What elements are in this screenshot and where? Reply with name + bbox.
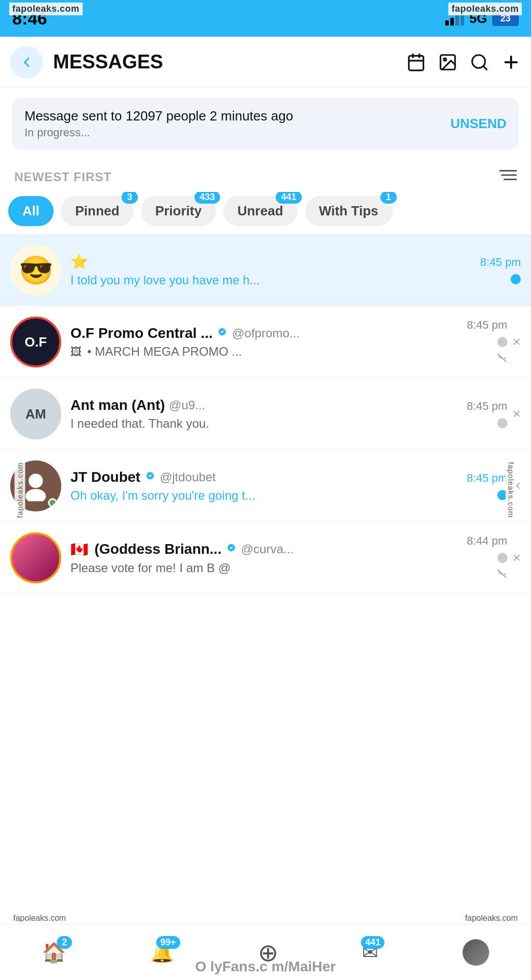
notifications-badge: 99+	[156, 936, 180, 949]
nav-home[interactable]: 🏠 2	[42, 941, 66, 964]
avatar-msg5	[10, 532, 61, 583]
nav-messages[interactable]: ✉ 441	[362, 941, 378, 964]
read-dot-msg2	[497, 337, 508, 347]
message-header-msg3: Ant man (Ant)@u9...	[70, 397, 462, 413]
message-time-msg4: 8:45 pm	[467, 472, 508, 485]
watermark-side-left: fapoleaks.com	[14, 459, 25, 521]
watermark-bottom-right: fapoleaks.com	[462, 913, 521, 924]
close-button-msg5[interactable]: ×	[513, 550, 521, 566]
filter-tab-badge-with tips: 1	[380, 192, 397, 204]
close-button-msg3[interactable]: ×	[513, 406, 521, 422]
svg-point-5	[444, 58, 446, 61]
filter-tab-badge-pinned: 3	[122, 192, 138, 204]
avatar-msg2: O.F	[10, 316, 61, 368]
notification-text: Message sent to 12097 people 2 minutes a…	[25, 108, 442, 139]
message-preview-msg3: I needed that. Thank you.	[70, 416, 462, 431]
nav-icons	[406, 53, 521, 72]
verified-icon	[216, 326, 228, 340]
top-nav: MESSAGES	[0, 37, 531, 88]
calendar-icon[interactable]	[406, 53, 426, 72]
avatar-msg3: AM	[10, 388, 61, 439]
nav-add[interactable]: ⊕	[258, 938, 278, 967]
read-dot-msg5	[497, 553, 508, 563]
unsend-button[interactable]: UNSEND	[442, 116, 506, 132]
svg-line-7	[483, 66, 487, 69]
sender-handle-msg5: @curva...	[241, 542, 294, 556]
page-title: MESSAGES	[53, 51, 406, 73]
svg-point-14	[26, 489, 46, 501]
message-preview-msg1: I told you my love you have me h...	[70, 273, 475, 287]
message-item-msg2[interactable]: O.FO.F Promo Central ...@ofpromo...🖼 • M…	[0, 306, 531, 378]
notification-banner: Message sent to 12097 people 2 minutes a…	[12, 98, 519, 150]
message-content-msg5: 🇨🇦(Goddess Briann...@curva...Please vote…	[70, 541, 462, 575]
message-right-msg2: 8:45 pm	[467, 318, 508, 366]
signal-bar-2	[450, 18, 454, 26]
message-right-msg5: 8:44 pm	[467, 534, 508, 582]
message-content-msg2: O.F Promo Central ...@ofpromo...🖼 • MARC…	[70, 325, 462, 359]
filter-tab-badge-priority: 433	[195, 192, 220, 204]
filter-tab-all[interactable]: All	[8, 196, 54, 226]
nav-profile[interactable]	[463, 939, 489, 966]
avatar-msg1: 😎	[10, 244, 61, 296]
close-button-msg2[interactable]: ×	[513, 334, 521, 350]
signal-bar-3	[455, 15, 459, 26]
watermark-top-left: fapoleaks.com	[9, 3, 83, 15]
back-button[interactable]	[10, 46, 43, 79]
image-preview-icon: 🖼	[70, 346, 82, 358]
sender-handle-msg4: @jtdoubet	[160, 470, 216, 484]
verified-icon	[144, 470, 156, 484]
message-header-msg5: 🇨🇦(Goddess Briann...@curva...	[70, 541, 462, 558]
search-icon[interactable]	[470, 53, 489, 72]
message-item-msg4[interactable]: JT Doubet@jtdoubetOh okay, I'm sorry you…	[0, 450, 531, 522]
messages-badge: 441	[361, 936, 384, 949]
watermark-side-right: fapoleaks.com	[506, 459, 517, 521]
message-preview-msg4: Oh okay, I'm sorry you're going t...	[70, 488, 462, 503]
filter-tab-priority[interactable]: Priority433	[141, 196, 216, 226]
message-list: 😎⭐I told you my love you have me h...8:4…	[0, 234, 531, 594]
filter-tab-badge-unread: 441	[276, 192, 301, 204]
message-time-msg3: 8:45 pm	[467, 400, 508, 413]
filter-tab-unread[interactable]: Unread441	[223, 196, 298, 226]
sender-name-msg5: (Goddess Briann...	[94, 541, 222, 557]
online-dot-msg4	[48, 498, 57, 507]
flag-icon: 🇨🇦	[70, 541, 88, 558]
message-preview-msg2: 🖼 • MARCH MEGA PROMO ...	[70, 345, 462, 359]
star-icon: ⭐	[70, 253, 88, 270]
sort-label: NEWEST FIRST	[14, 170, 112, 184]
sender-name-msg4: JT Doubet	[70, 469, 140, 485]
sender-handle-msg2: @ofpromo...	[232, 326, 299, 340]
mute-icon	[496, 568, 508, 582]
message-item-msg5[interactable]: 🇨🇦(Goddess Briann...@curva...Please vote…	[0, 522, 531, 594]
signal-bar-1	[445, 20, 449, 26]
watermark-bottom: fapoleaks.com fapoleaks.com	[0, 913, 531, 924]
message-content-msg3: Ant man (Ant)@u9...I needed that. Thank …	[70, 397, 462, 431]
notification-sub-text: In progress...	[25, 126, 442, 139]
add-icon[interactable]	[501, 53, 521, 72]
message-header-msg2: O.F Promo Central ...@ofpromo...	[70, 325, 462, 341]
message-header-msg1: ⭐	[70, 253, 475, 270]
verified-icon	[226, 542, 237, 556]
watermark-bottom-left: fapoleaks.com	[10, 913, 69, 924]
image-icon[interactable]	[438, 53, 457, 72]
message-item-msg3[interactable]: AMAnt man (Ant)@u9...I needed that. Than…	[0, 378, 531, 450]
message-item-msg1[interactable]: 😎⭐I told you my love you have me h...8:4…	[0, 234, 531, 306]
filter-tabs: AllPinned3Priority433Unread441With Tips1	[0, 192, 531, 234]
message-preview-msg5: Please vote for me! I am B @	[70, 561, 462, 575]
sender-name-msg2: O.F Promo Central ...	[70, 325, 212, 341]
bottom-nav: 🏠 2 🔔 99+ ⊕ ✉ 441	[0, 924, 531, 980]
notification-main-text: Message sent to 12097 people 2 minutes a…	[25, 108, 442, 124]
read-dot-msg3	[497, 418, 508, 428]
watermark-top-right: fapoleaks.com	[448, 3, 522, 15]
svg-point-13	[29, 474, 43, 488]
filter-tab-with-tips[interactable]: With Tips1	[305, 196, 393, 226]
sort-icon[interactable]	[499, 168, 517, 186]
message-right-msg3: 8:45 pm	[467, 400, 508, 428]
unread-dot-msg1	[511, 274, 521, 284]
message-content-msg1: ⭐I told you my love you have me h...	[70, 253, 475, 287]
filter-tab-pinned[interactable]: Pinned3	[61, 196, 134, 226]
sort-header: NEWEST FIRST	[0, 160, 531, 192]
sender-handle-msg3: @u9...	[169, 398, 205, 412]
add-nav-icon: ⊕	[258, 938, 278, 967]
nav-notifications[interactable]: 🔔 99+	[150, 941, 174, 964]
message-time-msg1: 8:45 pm	[480, 256, 521, 269]
